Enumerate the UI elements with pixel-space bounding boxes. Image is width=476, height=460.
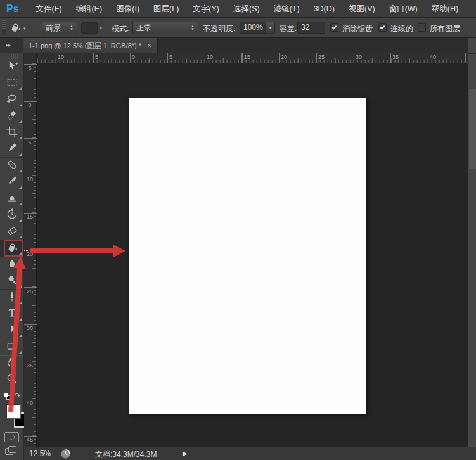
tool-eyedropper[interactable] — [0, 141, 23, 158]
eyedropper-tool-icon — [6, 142, 18, 157]
brush-tool-icon — [6, 175, 18, 190]
tool-rectangular-marquee[interactable] — [0, 75, 23, 92]
tool-brush[interactable] — [0, 174, 23, 191]
ruler-label: 40 — [27, 400, 33, 406]
quick-mask-button[interactable] — [4, 432, 19, 442]
tool-move[interactable] — [0, 59, 23, 75]
menu-help[interactable]: 帮助(H) — [425, 0, 465, 18]
checkmark-icon — [332, 24, 337, 29]
options-separator — [37, 21, 37, 35]
menu-type[interactable]: 文字(Y) — [186, 0, 226, 18]
vertical-ruler[interactable]: 5 0 5 10 15 20 25 30 35 40 45 — [24, 63, 37, 447]
ruler-label: 5 — [27, 65, 33, 70]
tool-clone-stamp[interactable] — [0, 191, 23, 207]
ruler-label: 35 — [27, 363, 33, 368]
ruler-label: 30 — [27, 326, 33, 331]
status-expand-icon[interactable]: ▶ — [183, 450, 188, 457]
pattern-dropdown-arrow-icon[interactable]: ▾ — [100, 25, 102, 31]
document-tab-bar: ▸▸ 1-1.png @ 12.5% (图层 1, RGB/8*) * × — [0, 38, 476, 53]
panel-dock-edge[interactable] — [468, 38, 476, 460]
ruler-label: 20 — [281, 54, 287, 60]
toolbar-collapse-button[interactable]: ▸▸ — [0, 38, 23, 53]
menu-filter[interactable]: 滤镜(T) — [267, 0, 307, 18]
tool-hand[interactable] — [0, 355, 23, 372]
tool-lasso[interactable] — [0, 92, 23, 108]
menu-view[interactable]: 视图(V) — [342, 0, 382, 18]
all-layers-label[interactable]: 所有图层 — [430, 23, 460, 34]
eraser-tool-icon — [6, 224, 18, 240]
tool-horizontal-type[interactable]: T — [0, 306, 23, 323]
move-tool-icon — [6, 60, 18, 75]
tool-path-selection[interactable] — [0, 323, 23, 339]
rectangle-tool-icon — [6, 340, 18, 355]
document-page[interactable] — [129, 98, 366, 414]
fill-source-value: 前景 — [46, 23, 61, 34]
contiguous-checkbox[interactable] — [378, 23, 387, 32]
ruler-cursor-marker — [134, 53, 134, 63]
tool-crop[interactable] — [0, 125, 23, 141]
screen-mode-button[interactable] — [5, 446, 18, 456]
anti-alias-label[interactable]: 消除锯齿 — [342, 23, 373, 34]
tolerance-input[interactable]: 32 — [297, 22, 325, 34]
tool-pen[interactable] — [0, 290, 23, 306]
document-size-info[interactable]: 文档:34.3M/34.3M — [95, 449, 157, 460]
ruler-corner[interactable] — [24, 53, 37, 63]
menu-window[interactable]: 窗口(W) — [382, 0, 425, 18]
ruler-label: 25 — [318, 54, 325, 60]
swap-colors-icon[interactable]: ↷ — [15, 392, 20, 400]
ruler-label: 5 — [27, 140, 33, 145]
ruler-label: 5 — [169, 54, 172, 60]
options-bar-gripper[interactable] — [2, 20, 6, 35]
tool-dodge[interactable] — [0, 273, 23, 290]
ruler-label: 15 — [27, 214, 33, 219]
document-tab[interactable]: 1-1.png @ 12.5% (图层 1, RGB/8*) * × — [23, 38, 158, 53]
ruler-cursor-marker — [24, 250, 37, 251]
ruler-label: 5 — [95, 54, 98, 60]
contiguous-label[interactable]: 连续的 — [390, 23, 413, 34]
lasso-tool-icon — [6, 93, 18, 108]
tool-zoom[interactable] — [0, 372, 23, 388]
default-colors-icon[interactable] — [4, 393, 11, 400]
horizontal-ruler[interactable]: 10 5 0 5 10 15 20 25 30 35 40 — [37, 53, 468, 63]
tool-blur[interactable] — [0, 257, 23, 273]
ruler-label: 30 — [356, 54, 362, 60]
tools-panel-gripper[interactable] — [6, 54, 18, 59]
preset-dropdown-arrow-icon[interactable]: ▾ — [23, 26, 26, 31]
opacity-label: 不透明度: — [203, 23, 235, 34]
tool-quick-selection[interactable] — [0, 108, 23, 125]
tool-history-brush[interactable] — [0, 207, 23, 224]
anti-alias-checkbox[interactable] — [330, 23, 338, 32]
ruler-label: 10 — [207, 54, 213, 60]
type-tool-icon: T — [6, 307, 18, 322]
ruler-label: 25 — [27, 289, 33, 294]
menu-file[interactable]: 文件(F) — [29, 0, 69, 18]
menu-3d[interactable]: 3D(D) — [307, 0, 342, 18]
opacity-dropdown-button[interactable]: ▾ — [266, 22, 275, 34]
tab-close-icon[interactable]: × — [147, 42, 151, 49]
tool-preset-picker[interactable]: ▾ — [9, 21, 26, 35]
menu-image[interactable]: 图像(I) — [109, 0, 146, 18]
tool-rectangle[interactable] — [0, 339, 23, 355]
foreground-color-swatch[interactable] — [6, 404, 21, 419]
pattern-picker[interactable] — [81, 22, 98, 34]
opacity-input[interactable]: 100% — [240, 22, 266, 34]
menu-select[interactable]: 选择(S) — [226, 0, 267, 18]
paint-bucket-icon — [9, 21, 22, 35]
fill-source-select[interactable]: 前景 ▲▼ — [42, 22, 77, 34]
healing-brush-tool-icon — [6, 158, 18, 174]
ruler-label: 10 — [27, 177, 33, 182]
tool-spot-healing-brush[interactable] — [0, 158, 23, 174]
quick-mask-icon — [10, 435, 15, 440]
marquee-tool-icon — [6, 76, 18, 91]
scrollbar-thumb[interactable] — [469, 89, 476, 169]
quick-selection-tool-icon — [6, 109, 18, 124]
menu-edit[interactable]: 编辑(E) — [69, 0, 110, 18]
tool-eraser[interactable] — [0, 224, 23, 240]
mode-select[interactable]: 正常 ▲▼ — [132, 22, 198, 34]
ruler-label: 10 — [58, 54, 64, 60]
zoom-level-field[interactable]: 12.5% — [29, 449, 51, 458]
canvas-area[interactable] — [37, 63, 468, 447]
all-layers-checkbox[interactable] — [418, 23, 426, 32]
spinner-icon: ▲▼ — [70, 25, 74, 31]
menu-layer[interactable]: 图层(L) — [146, 0, 186, 18]
